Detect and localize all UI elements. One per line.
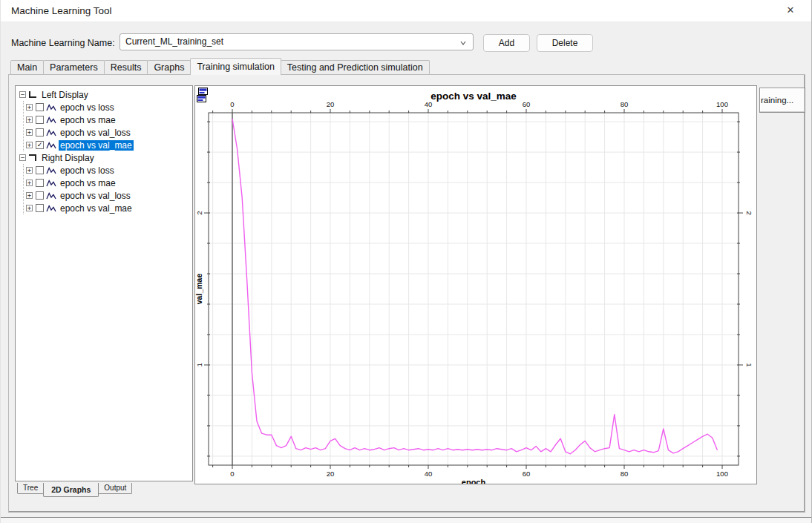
x-tick-label-top: 0 (230, 100, 234, 108)
tree-item[interactable]: +epoch vs mae (24, 114, 192, 126)
tree-item-label: epoch vs loss (59, 102, 116, 113)
x-tick-label-bottom: 40 (425, 470, 433, 478)
plot-area (209, 113, 739, 465)
bottom-tab-strip: Tree 2D Graphs Output (18, 483, 132, 497)
x-tick-label-bottom: 80 (621, 470, 629, 478)
tree-item-label: epoch vs val_loss (59, 191, 132, 201)
window-bottom-strip (1, 518, 811, 523)
tree-group-label: Left Display (40, 90, 90, 100)
tab-2d-graphs[interactable]: 2D Graphs (43, 483, 99, 497)
expand-icon[interactable]: + (26, 129, 33, 136)
tree-item[interactable]: +epoch vs loss (24, 101, 192, 114)
tree-group-right-display[interactable]: −Right Display (17, 151, 192, 164)
x-axis-label: epoch (462, 478, 486, 484)
tab-results[interactable]: Results (104, 60, 148, 75)
chevron-down-icon (460, 40, 466, 46)
tree-item-label: epoch vs mae (59, 178, 117, 188)
tree-item-label: epoch vs val_mae (59, 203, 134, 214)
expand-icon[interactable]: + (26, 192, 33, 199)
tree-item[interactable]: +epoch vs loss (24, 164, 192, 177)
x-tick-label-top: 100 (716, 100, 728, 108)
chart-title: epoch vs val_mae (430, 91, 517, 102)
app-window: Machine Learning Tool ✕ Machine Learning… (0, 0, 812, 523)
add-button[interactable]: Add (483, 34, 530, 52)
tab-training-simulation[interactable]: Training simulation (190, 58, 281, 75)
tab-tree[interactable]: Tree (17, 483, 44, 494)
curve-icon (46, 128, 56, 137)
tab-testing-prediction-simulation[interactable]: Testing and Prediction simulation (281, 60, 430, 75)
x-tick-label-bottom: 20 (327, 470, 335, 478)
x-tick-label-bottom: 60 (523, 470, 531, 478)
collapse-icon[interactable]: − (19, 154, 26, 161)
checkbox[interactable] (36, 179, 44, 187)
curve-icon (46, 103, 56, 112)
ml-name-value: Current_ML_training_set (125, 36, 223, 47)
curve-icon (46, 116, 56, 125)
tree-item-label: epoch vs val_mae (59, 140, 134, 151)
left-axis-icon (29, 91, 36, 98)
checkbox[interactable] (36, 191, 44, 200)
curve-icon (46, 204, 56, 213)
y-axis-label: val_mae (195, 274, 203, 305)
curve-icon (46, 166, 56, 175)
tree-item[interactable]: +epoch vs val_mae (24, 202, 192, 214)
tree-group-label: Right Display (40, 153, 96, 163)
ml-name-combobox[interactable]: Current_ML_training_set (119, 33, 474, 50)
training-button-label: raining... (761, 96, 793, 105)
x-tick-label-bottom: 0 (230, 470, 234, 478)
tree-item-label: epoch vs val_loss (59, 128, 132, 138)
checkbox[interactable] (36, 103, 44, 111)
chart-display-icon[interactable] (197, 88, 209, 104)
tree-item[interactable]: +epoch vs val_loss (24, 126, 192, 139)
ml-name-label: Machine Learning Name: (11, 38, 115, 48)
tab-graphs[interactable]: Graphs (147, 60, 191, 75)
tab-parameters[interactable]: Parameters (43, 60, 105, 75)
y-tick-label-right: 2 (745, 211, 753, 214)
tab-strip: Main Parameters Results Graphs Training … (11, 58, 430, 75)
tree-item-label: epoch vs mae (59, 115, 117, 125)
expand-icon[interactable]: + (26, 104, 33, 111)
tree-item-label: epoch vs loss (59, 165, 116, 176)
display-tree-panel: −Left Display+epoch vs loss+epoch vs mae… (15, 85, 193, 481)
window-title: Machine Learning Tool (11, 5, 112, 16)
checkbox[interactable] (36, 116, 44, 124)
y-tick-label-left: 1 (195, 363, 203, 366)
checkbox[interactable]: ✓ (36, 141, 44, 149)
tree-item[interactable]: +epoch vs val_loss (24, 189, 192, 202)
collapse-icon[interactable]: − (19, 91, 26, 98)
y-tick-label-right: 1 (745, 363, 753, 366)
checkbox[interactable] (36, 204, 44, 212)
expand-icon[interactable]: + (26, 142, 33, 148)
title-bar: Machine Learning Tool ✕ (1, 0, 811, 22)
training-button[interactable]: raining... (759, 88, 805, 113)
checkbox[interactable] (36, 166, 44, 174)
curve-icon (46, 179, 56, 188)
delete-button[interactable]: Delete (537, 34, 593, 52)
x-tick-label-top: 60 (523, 100, 531, 108)
expand-icon[interactable]: + (26, 205, 33, 211)
x-tick-label-top: 20 (327, 100, 335, 108)
tab-output[interactable]: Output (98, 483, 132, 494)
expand-icon[interactable]: + (26, 180, 33, 186)
expand-icon[interactable]: + (26, 167, 33, 174)
training-chart: 0020204040606080801001001122epoch vs val… (195, 86, 756, 484)
training-simulation-page: −Left Display+epoch vs loss+epoch vs mae… (8, 74, 805, 513)
checkbox[interactable] (36, 128, 44, 136)
curve-icon (46, 141, 56, 150)
tree-item[interactable]: +epoch vs mae (24, 177, 192, 189)
right-axis-icon (29, 154, 36, 161)
curve-icon (46, 191, 56, 200)
y-tick-label-left: 2 (195, 211, 203, 214)
x-tick-label-bottom: 100 (716, 470, 728, 478)
tree-group-left-display[interactable]: −Left Display (17, 88, 192, 101)
expand-icon[interactable]: + (26, 116, 33, 123)
tree-item[interactable]: +✓epoch vs val_mae (24, 139, 192, 151)
chart-panel: 0020204040606080801001001122epoch vs val… (194, 85, 757, 484)
close-icon[interactable]: ✕ (783, 4, 798, 18)
tab-main[interactable]: Main (10, 60, 44, 75)
x-tick-label-top: 80 (621, 100, 629, 108)
